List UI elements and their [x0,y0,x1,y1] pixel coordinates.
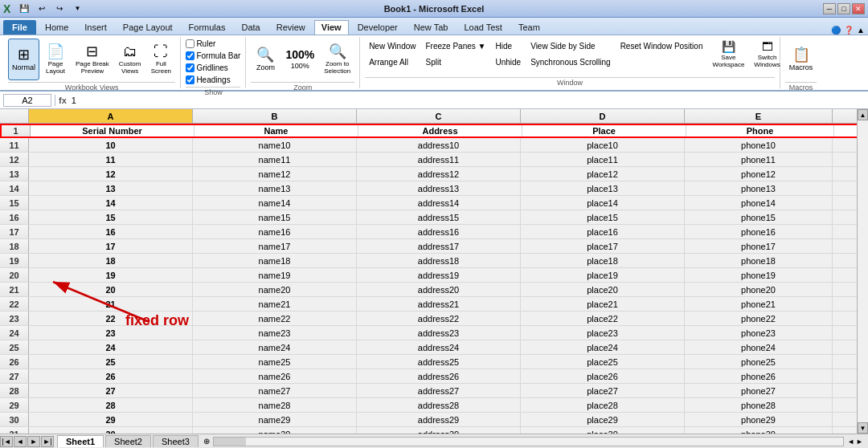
formula-bar-checkbox[interactable] [186,51,194,60]
headings-checkbox-label[interactable]: Headings [186,75,230,85]
cell-name-5[interactable]: name15 [193,210,357,224]
qat-undo-icon[interactable]: ↩ [35,2,49,16]
cell-serial-12[interactable]: 22 [29,312,193,325]
qat-customize-icon[interactable]: ▼ [70,2,84,16]
sheet-tab-2[interactable]: Sheet2 [105,435,151,447]
gridlines-checkbox-label[interactable]: Gridlines [186,63,227,73]
cell-serial-18[interactable]: 28 [29,398,193,412]
sheet-nav-prev[interactable]: ◄ [14,436,27,447]
cell-serial-1[interactable]: 11 [29,153,193,166]
cell-phone-9[interactable]: phone19 [685,268,833,282]
cell-phone-12[interactable]: phone22 [685,312,833,325]
title-bar-controls[interactable]: ─ □ ✕ [823,3,865,14]
cell-place-16[interactable]: place26 [521,369,685,383]
cell-address-8[interactable]: address18 [357,254,521,267]
cell-name-16[interactable]: name26 [193,369,357,383]
sheet-insert-icon[interactable]: ⊕ [203,437,210,446]
cell-serial-9[interactable]: 19 [29,268,193,282]
cell-place-5[interactable]: place15 [521,210,685,224]
cell-place-10[interactable]: place20 [521,283,685,296]
cell-phone-3[interactable]: phone13 [685,181,833,195]
cell-serial-13[interactable]: 23 [29,326,193,340]
cell-name-13[interactable]: name23 [193,326,357,340]
cell-serial-15[interactable]: 25 [29,355,193,369]
scroll-down-button[interactable]: ▼ [858,422,868,434]
sheet-nav-first[interactable]: |◄ [0,436,13,447]
cell-place-3[interactable]: place13 [521,181,685,195]
cell-serial-4[interactable]: 14 [29,196,193,210]
sheet-nav-next[interactable]: ► [27,436,40,447]
cell-phone-18[interactable]: phone28 [685,398,833,412]
split-button[interactable]: Split [422,55,445,69]
col-header-b[interactable]: B [193,109,357,123]
tab-home[interactable]: Home [38,20,76,35]
col-header-d[interactable]: D [521,109,685,123]
cell-name-4[interactable]: name14 [193,196,357,210]
cell-place-14[interactable]: place24 [521,340,685,354]
qat-redo-icon[interactable]: ↪ [52,2,67,16]
header-cell-place[interactable]: Place [522,125,686,136]
cell-name-12[interactable]: name22 [193,312,357,325]
zoom-100-button[interactable]: 100% 100% [281,39,318,80]
minimize-button[interactable]: ─ [823,3,836,14]
cell-name-18[interactable]: name28 [193,398,357,412]
cell-place-12[interactable]: place22 [521,312,685,325]
cell-serial-8[interactable]: 18 [29,254,193,267]
cell-phone-6[interactable]: phone16 [685,225,833,238]
cell-name-6[interactable]: name16 [193,225,357,238]
cell-phone-13[interactable]: phone23 [685,326,833,340]
cell-address-1[interactable]: address11 [357,153,521,166]
page-break-preview-button[interactable]: ⊟ Page BreakPreview [72,39,113,80]
tab-developer[interactable]: Developer [350,20,405,35]
cell-place-18[interactable]: place28 [521,398,685,412]
headings-checkbox[interactable] [186,75,194,84]
maximize-button[interactable]: □ [837,3,850,14]
cell-address-18[interactable]: address28 [357,398,521,412]
freeze-panes-button[interactable]: Freeze Panes ▼ [422,39,490,53]
cell-place-1[interactable]: place11 [521,153,685,166]
cell-address-2[interactable]: address12 [357,167,521,181]
cell-address-20[interactable]: address30 [357,427,521,434]
tab-data[interactable]: Data [234,20,267,35]
cell-phone-5[interactable]: phone15 [685,210,833,224]
cell-address-10[interactable]: address20 [357,283,521,296]
gridlines-checkbox[interactable] [186,63,194,72]
cell-name-15[interactable]: name25 [193,355,357,369]
cell-serial-11[interactable]: 21 [29,297,193,311]
tab-team[interactable]: Team [511,20,547,35]
cell-address-3[interactable]: address13 [357,181,521,195]
cell-phone-16[interactable]: phone26 [685,369,833,383]
cell-serial-2[interactable]: 12 [29,167,193,181]
cell-serial-10[interactable]: 20 [29,283,193,296]
ruler-checkbox-label[interactable]: Ruler [186,39,215,49]
cell-phone-19[interactable]: phone29 [685,413,833,426]
sheet-tab-1[interactable]: Sheet1 [57,435,104,447]
formula-bar-checkbox-label[interactable]: Formula Bar [186,51,240,61]
cell-phone-11[interactable]: phone21 [685,297,833,311]
cell-place-2[interactable]: place12 [521,167,685,181]
cell-place-13[interactable]: place23 [521,326,685,340]
cell-serial-20[interactable]: 30 [29,427,193,434]
cell-place-4[interactable]: place14 [521,196,685,210]
new-window-button[interactable]: New Window [365,39,420,53]
question-icon[interactable]: ❓ [844,26,854,35]
col-header-c[interactable]: C [357,109,521,123]
tab-formulas[interactable]: Formulas [182,20,233,35]
cell-place-6[interactable]: place16 [521,225,685,238]
cell-address-6[interactable]: address16 [357,225,521,238]
header-cell-serial[interactable]: Serial Number [31,125,194,136]
cell-name-10[interactable]: name20 [193,283,357,296]
reset-window-button[interactable]: Reset Window Position [616,39,707,53]
cell-name-11[interactable]: name21 [193,297,357,311]
cell-name-1[interactable]: name11 [193,153,357,166]
col-header-a[interactable]: A [29,109,193,123]
cell-place-17[interactable]: place27 [521,384,685,397]
tab-insert[interactable]: Insert [77,20,114,35]
cell-phone-17[interactable]: phone27 [685,384,833,397]
ruler-checkbox[interactable] [186,39,194,48]
cell-place-15[interactable]: place25 [521,355,685,369]
help-icon[interactable]: 🔵 [831,26,841,35]
cell-phone-14[interactable]: phone24 [685,340,833,354]
cell-address-0[interactable]: address10 [357,138,521,152]
cell-place-0[interactable]: place10 [521,138,685,152]
